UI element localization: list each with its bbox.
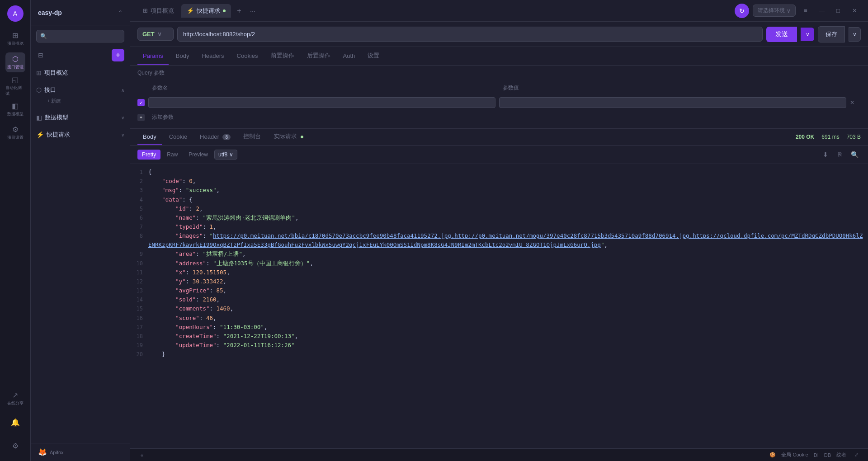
section-header-data-model[interactable]: ◧ 数据模型 ∨ [36,112,124,123]
interface-section-icon: ⬡ [36,86,42,94]
env-select[interactable]: 请选择环境 ∨ [753,5,796,17]
sidebar-item-automation[interactable]: ◱ 自动化测试 [5,76,25,96]
maximize-button[interactable]: □ [832,5,844,17]
method-select[interactable]: GET ∨ [137,28,174,41]
tab-cookies[interactable]: Cookies [231,48,264,65]
param-value-input-1[interactable] [499,97,846,108]
sidebar-item-data-model[interactable]: ◧ 数据模型 [5,99,25,119]
param-delete-1[interactable]: ✕ [850,99,861,106]
narrow-sidebar: A ⊞ 项目概览 ⬡ 接口管理 ◱ 自动化测试 ◧ 数据模型 ⚙ 项目设置 ↗ … [0,0,31,461]
sidebar-item-settings[interactable]: ⚙ [5,436,25,456]
collapse-button[interactable]: « [137,451,146,460]
add-tab-button[interactable]: + [233,5,245,17]
param-row-1: ✓ ✕ [137,95,861,110]
settings-icon: ⚙ [12,442,19,450]
code-line-1: 1 { [130,168,868,177]
send-button[interactable]: 发送 [766,27,797,42]
sidebar-item-overview[interactable]: ⊞ 项目概览 [5,29,25,49]
response-tab-header[interactable]: Header 8 [194,130,236,145]
tab-body[interactable]: Body [170,48,195,65]
add-button[interactable]: + [112,49,124,61]
share-icon: ↗ [12,391,18,400]
view-raw-button[interactable]: Raw [162,150,182,160]
add-interface-btn[interactable]: + 新建 [36,96,124,106]
response-tabs: Body Cookie Header 8 控制台 实际请求 200 OK 691… [130,129,868,146]
search-response-button[interactable]: 🔍 [848,148,861,161]
status-code: 200 OK [796,134,814,140]
quick-request-chevron-icon: ∨ [121,132,124,137]
tab-headers[interactable]: Headers [196,48,229,65]
interface-chevron-icon: ∧ [121,88,124,93]
expand-button[interactable]: ⤢ [852,451,861,460]
param-checkbox-1[interactable]: ✓ [137,99,145,106]
title-bar: ⊞ 项目概览 ⚡ 快捷请求 + ··· ↻ 请选择环境 ∨ ≡ — □ ✕ [130,0,868,22]
quick-request-section-icon: ⚡ [36,131,44,138]
search-input[interactable] [50,33,120,39]
more-tabs-button[interactable]: ··· [247,5,258,16]
db-label: DB [824,452,831,458]
branding: 🦊 Apifox [31,443,130,461]
code-line-9: 9 "area": "拱宸桥/上塘", [130,249,868,259]
code-line-20: 20 } [130,350,868,359]
search-bar[interactable]: 🔍 [36,30,124,42]
response-tab-cookie[interactable]: Cookie [164,130,193,145]
section-interface: ⬡ 接口 ∧ + 新建 [31,80,130,108]
response-tab-actual-request[interactable]: 实际请求 [268,129,309,145]
tab-params[interactable]: Params [137,48,169,65]
sidebar-label-overview: 项目概览 [7,41,24,47]
code-line-5: 5 "id": 2, [130,204,868,213]
save-dropdown-button[interactable]: ∨ [849,27,861,42]
save-button[interactable]: 保存 [818,26,845,42]
tab-settings[interactable]: 设置 [362,47,385,65]
encoding-select[interactable]: utf8 ∨ [214,150,237,160]
section-header-quick-request[interactable]: ⚡ 快捷请求 ∨ [36,129,124,141]
tab-quick-request[interactable]: ⚡ 快捷请求 [181,4,231,18]
sidebar-item-interface[interactable]: ⬡ 接口管理 [5,52,25,72]
tab-post-op[interactable]: 后置操作 [302,47,336,65]
sidebar-item-project-settings[interactable]: ⚙ 项目设置 [5,123,25,143]
project-header[interactable]: easy-dp ⌃ [31,0,130,25]
close-button[interactable]: ✕ [848,5,861,17]
tab-pre-op[interactable]: 前置操作 [265,47,300,65]
code-block[interactable]: 1 { 2 "code": 0, 3 "msg": "success", 4 "… [130,164,868,448]
sidebar-item-share[interactable]: ↗ 在线分享 [5,389,25,409]
avatar[interactable]: A [7,5,24,22]
sidebar-item-notifications[interactable]: 🔔 [5,412,25,432]
view-preview-button[interactable]: Preview [184,150,212,160]
tab-auth[interactable]: Auth [338,48,361,65]
sidebar-label-automation: 自动化测试 [5,85,25,97]
filter-button[interactable]: ⊟ [36,50,45,61]
code-line-2: 2 "code": 0, [130,177,868,186]
url-input[interactable] [177,27,763,42]
menu-button[interactable]: ≡ [799,5,812,17]
brand-logo-icon: 🦊 [38,448,47,456]
minimize-button[interactable]: — [816,5,828,17]
method-chevron-icon: ∨ [157,31,162,38]
param-checkbox-add[interactable]: + [137,114,145,121]
section-header-overview[interactable]: ⊞ 项目概览 [36,67,124,79]
project-chevron-icon: ⌃ [118,9,123,16]
env-select-label: 请选择环境 [758,7,785,14]
section-header-interface[interactable]: ⬡ 接口 ∧ [36,84,124,96]
full-cookie-label: 全局 Cookie [781,452,808,458]
response-tab-console[interactable]: 控制台 [238,129,266,145]
section-label-data-model: 数据模型 [45,113,68,122]
response-area: Body Cookie Header 8 控制台 实际请求 200 OK 691… [130,129,868,461]
param-header-row: 参数名 参数值 [137,80,861,95]
view-pretty-button[interactable]: Pretty [137,150,160,160]
code-line-10: 10 "address": "上塘路1035号（中国工商银行旁）", [130,259,868,268]
data-model-section-icon: ◧ [36,114,42,121]
sidebar-label-data-model: 数据模型 [7,111,24,117]
response-tab-body[interactable]: Body [137,130,162,145]
download-button[interactable]: ⬇ [819,148,832,161]
section-quick-request: ⚡ 快捷请求 ∨ [31,125,130,142]
encoding-chevron-icon: ∨ [229,151,233,158]
data-model-icon: ◧ [12,102,19,110]
send-dropdown-button[interactable]: ∨ [801,28,814,41]
param-name-input-1[interactable] [148,97,495,108]
add-param-label[interactable]: 添加参数 [148,112,177,123]
copy-button[interactable]: ⎘ [834,148,846,161]
cookie-label: 🍪 [769,452,776,458]
code-line-3: 3 "msg": "success", [130,186,868,195]
tab-overview[interactable]: ⊞ 项目概览 [137,4,179,18]
